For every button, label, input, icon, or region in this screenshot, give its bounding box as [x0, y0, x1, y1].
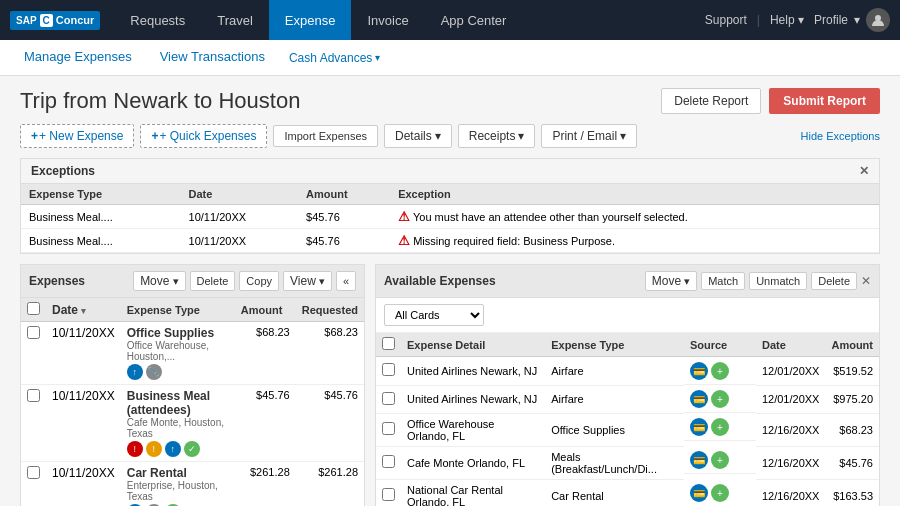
avail-checkbox[interactable]	[382, 392, 395, 405]
add-icon: +	[711, 484, 729, 502]
col-amount[interactable]: Amount	[235, 298, 296, 322]
avail-amount: $975.20	[825, 385, 879, 413]
warning-icon: ⚠	[398, 233, 410, 248]
exceptions-close-button[interactable]: ✕	[859, 164, 869, 178]
main-split: Expenses Move ▾ Delete Copy View ▾ «	[20, 264, 880, 506]
exc-date: 10/11/20XX	[181, 229, 299, 253]
subnav-view-transactions[interactable]: View Transactions	[156, 40, 269, 75]
report-toolbar: + + New Expense + + Quick Expenses Impor…	[20, 124, 880, 148]
new-expense-button[interactable]: + + New Expense	[20, 124, 134, 148]
available-expenses-close[interactable]: ✕	[861, 274, 871, 288]
blue-status-icon: ↑	[127, 364, 143, 380]
avail-detail: Office Warehouse Orlando, FL	[401, 413, 545, 446]
available-expenses-table: Expense Detail Expense Type Source Date …	[376, 333, 879, 506]
available-expense-row[interactable]: Office Warehouse Orlando, FL Office Supp…	[376, 413, 879, 446]
avail-select-all[interactable]	[382, 337, 395, 350]
nav-expense[interactable]: Expense	[269, 0, 352, 40]
move-button[interactable]: Move ▾	[133, 271, 185, 291]
avail-amount: $68.23	[825, 413, 879, 446]
expense-type-cell: Car Rental Enterprise, Houston, Texas ↑📎…	[121, 462, 235, 507]
cards-filter-select[interactable]: All Cards	[384, 304, 484, 326]
avail-checkbox[interactable]	[382, 363, 395, 376]
delete-report-button[interactable]: Delete Report	[661, 88, 761, 114]
avail-delete-button[interactable]: Delete	[811, 272, 857, 290]
expense-checkbox[interactable]	[27, 326, 40, 339]
expense-checkbox[interactable]	[27, 466, 40, 479]
available-expense-row[interactable]: Cafe Monte Orlando, FL Meals (Breakfast/…	[376, 446, 879, 479]
green-status-icon: ✓	[184, 441, 200, 457]
exc-type: Business Meal....	[21, 229, 181, 253]
quick-expenses-button[interactable]: + + Quick Expenses	[140, 124, 267, 148]
add-icon: +	[711, 451, 729, 469]
expenses-table: Date ▾ Expense Type Amount Requested 10/…	[21, 298, 364, 506]
expense-checkbox[interactable]	[27, 389, 40, 402]
nav-requests[interactable]: Requests	[114, 0, 201, 40]
print-email-button[interactable]: Print / Email ▾	[541, 124, 637, 148]
exc-amount: $45.76	[298, 229, 390, 253]
copy-button[interactable]: Copy	[239, 271, 279, 291]
exceptions-table: Expense Type Date Amount Exception Busin…	[21, 184, 879, 253]
details-button[interactable]: Details ▾	[384, 124, 452, 148]
submit-report-button[interactable]: Submit Report	[769, 88, 880, 114]
expense-row[interactable]: 10/11/20XX Car Rental Enterprise, Housto…	[21, 462, 364, 507]
avail-checkbox[interactable]	[382, 422, 395, 435]
view-button[interactable]: View ▾	[283, 271, 332, 291]
delete-expense-button[interactable]: Delete	[190, 271, 236, 291]
expenses-toolbar-buttons: Move ▾ Delete Copy View ▾ «	[133, 271, 356, 291]
avail-match-button[interactable]: Match	[701, 272, 745, 290]
avail-checkbox[interactable]	[382, 455, 395, 468]
col-date[interactable]: Date ▾	[46, 298, 121, 322]
expense-amount: $261.28	[235, 462, 296, 507]
avail-checkbox[interactable]	[382, 488, 395, 501]
avail-unmatch-button[interactable]: Unmatch	[749, 272, 807, 290]
avail-date: 12/16/20XX	[756, 479, 826, 506]
expense-amount: $68.23	[235, 322, 296, 385]
avail-type: Airfare	[545, 385, 684, 413]
expense-date: 10/11/20XX	[46, 462, 121, 507]
expenses-panel: Expenses Move ▾ Delete Copy View ▾ «	[20, 264, 365, 506]
avail-col-type: Expense Type	[545, 333, 684, 357]
select-all-checkbox[interactable]	[27, 302, 40, 315]
warning-icon: ⚠	[398, 209, 410, 224]
expense-amount: $45.76	[235, 385, 296, 462]
page-header: Trip from Newark to Houston Delete Repor…	[20, 88, 880, 114]
nav-divider: |	[757, 13, 760, 27]
nav-app-center[interactable]: App Center	[425, 0, 523, 40]
col-expense-type[interactable]: Expense Type	[121, 298, 235, 322]
nav-travel[interactable]: Travel	[201, 0, 269, 40]
page-content: Trip from Newark to Houston Delete Repor…	[0, 76, 900, 506]
expenses-header: Expenses Move ▾ Delete Copy View ▾ «	[21, 265, 364, 298]
receipts-button[interactable]: Receipts ▾	[458, 124, 536, 148]
expense-date: 10/11/20XX	[46, 385, 121, 462]
nav-invoice[interactable]: Invoice	[351, 0, 424, 40]
avail-source: 💳 +	[684, 385, 756, 413]
top-nav: SAP C Concur Requests Travel Expense Inv…	[0, 0, 900, 40]
avail-move-button[interactable]: Move ▾	[645, 271, 697, 291]
profile-dropdown[interactable]: Profile ▾	[814, 8, 890, 32]
import-expenses-button[interactable]: Import Expenses	[273, 125, 378, 147]
avail-detail: United Airlines Newark, NJ	[401, 385, 545, 413]
avail-col-amount: Amount	[825, 333, 879, 357]
expense-row[interactable]: 10/11/20XX Business Meal (attendees) Caf…	[21, 385, 364, 462]
sap-concur-logo: SAP C Concur	[10, 11, 100, 30]
expense-type: Car Rental	[127, 466, 229, 480]
help-link[interactable]: Help ▾	[770, 13, 804, 27]
available-expense-row[interactable]: United Airlines Newark, NJ Airfare 💳 + 1…	[376, 385, 879, 413]
expense-row[interactable]: 10/11/20XX Office Supplies Office Wareho…	[21, 322, 364, 385]
hide-exceptions-link[interactable]: Hide Exceptions	[801, 130, 881, 142]
expense-requested: $45.76	[296, 385, 364, 462]
avail-amount: $519.52	[825, 357, 879, 386]
avail-col-source: Source	[684, 333, 756, 357]
subnav-cash-advances[interactable]: Cash Advances ▾	[289, 51, 380, 65]
col-select-all	[21, 298, 46, 322]
avail-amount: $163.53	[825, 479, 879, 506]
available-expense-row[interactable]: National Car Rental Orlando, FL Car Rent…	[376, 479, 879, 506]
avail-source: 💳 +	[684, 413, 756, 441]
available-expenses-panel: Available Expenses Move ▾ Match Unmatch …	[375, 264, 880, 506]
subnav-manage-expenses[interactable]: Manage Expenses	[20, 40, 136, 75]
support-link[interactable]: Support	[705, 13, 747, 27]
expense-icons: ↑📎	[127, 364, 229, 380]
collapse-button[interactable]: «	[336, 271, 356, 291]
col-requested[interactable]: Requested	[296, 298, 364, 322]
available-expense-row[interactable]: United Airlines Newark, NJ Airfare 💳 + 1…	[376, 357, 879, 386]
